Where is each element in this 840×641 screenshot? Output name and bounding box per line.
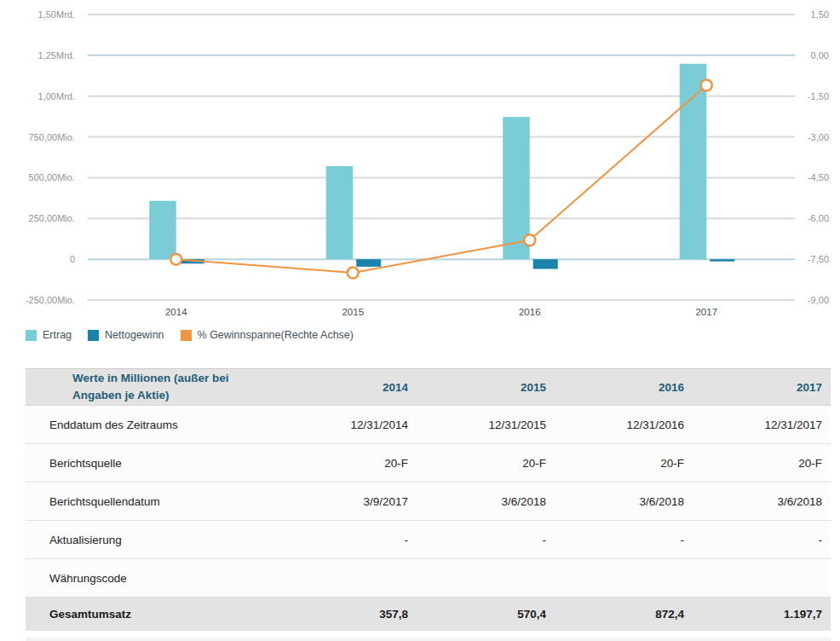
right-axis-tick-label: -4,50: [808, 172, 829, 182]
chart-legend: ErtragNettogewinn% Gewinnspanne(Rechte A…: [26, 329, 354, 341]
table-row: Gesamtumsatz357,8570,4872,41.197,7: [26, 598, 831, 631]
row-value: 570,4: [408, 608, 546, 621]
row-value: 20-F: [270, 457, 408, 470]
left-axis-tick-label: 1,25Mrd.: [38, 50, 75, 61]
left-axis-tick-label: 500,00Mio.: [29, 172, 75, 182]
gewinnspanne-point-2015[interactable]: [348, 268, 359, 279]
gewinnspanne-point-2016[interactable]: [524, 234, 535, 245]
row-label: Währungscode: [49, 572, 270, 585]
row-value: 12/31/2017: [684, 419, 822, 431]
ertrag-bar-2017[interactable]: [680, 64, 707, 259]
table-row: Berichtsquelle20-F20-F20-F20-F: [26, 444, 831, 482]
row-label: Berichtsquelle: [49, 457, 270, 470]
row-value: 357,8: [270, 608, 408, 621]
gewinnspanne-point-2017[interactable]: [701, 79, 712, 90]
revenue-profit-chart: 1,50Mrd.1,25Mrd.1,00Mrd.750,00Mio.500,00…: [0, 0, 840, 324]
legend-swatch-icon: [181, 330, 192, 341]
table-header-year: 2015: [408, 381, 546, 394]
financials-table: Werte in Millionen (außer bei Angaben je…: [26, 368, 831, 631]
left-axis-tick-label: 750,00Mio.: [29, 132, 75, 142]
row-value: 12/31/2015: [408, 419, 546, 431]
nettogewinn-bar-2015[interactable]: [356, 259, 381, 267]
table-header-row: Werte in Millionen (außer bei Angaben je…: [26, 368, 831, 406]
legend-item[interactable]: Nettogewinn: [88, 329, 164, 341]
x-axis-category-label: 2016: [519, 307, 541, 317]
row-value: 20-F: [684, 457, 822, 470]
table-row: Enddatum des Zeitraums12/31/201412/31/20…: [26, 406, 831, 444]
x-axis-category-label: 2017: [695, 307, 717, 317]
row-value: -: [408, 534, 546, 546]
row-value: 3/6/2018: [546, 495, 684, 508]
legend-item[interactable]: Ertrag: [26, 329, 72, 341]
bar-series-ertrag: [149, 64, 706, 259]
left-axis-tick-label: 0: [70, 254, 75, 264]
right-axis-tick-label: -7,50: [808, 254, 829, 264]
right-axis-tick-label: -9,00: [808, 295, 829, 305]
table-row: Berichtsquellendatum3/9/20173/6/20183/6/…: [26, 482, 831, 521]
row-value: 3/6/2018: [408, 495, 546, 508]
legend-item[interactable]: % Gewinnspanne(Rechte Achse): [181, 329, 354, 341]
right-axis-tick-label: -1,50: [808, 91, 829, 101]
table-header-year: 2014: [270, 381, 408, 394]
table-row: Währungscode: [26, 559, 831, 598]
row-value: 20-F: [408, 457, 546, 470]
row-value: 872,4: [546, 608, 684, 621]
x-axis-category-label: 2014: [165, 307, 187, 317]
gewinnspanne-line: [176, 85, 707, 273]
left-axis-tick-label: 1,00Mrd.: [38, 91, 75, 101]
row-value: 3/6/2018: [684, 495, 822, 508]
legend-swatch-icon: [88, 330, 99, 341]
legend-swatch-icon: [26, 330, 37, 341]
table-header-label: Werte in Millionen (außer bei Angaben je…: [72, 370, 256, 403]
gewinnspanne-point-2014[interactable]: [170, 254, 181, 265]
right-axis-tick-label: 1,50: [811, 9, 829, 20]
left-axis-tick-label: 1,50Mrd.: [38, 9, 75, 20]
ertrag-bar-2014[interactable]: [149, 201, 176, 259]
row-label: Enddatum des Zeitraums: [49, 419, 270, 431]
row-label: Aktualisierung: [49, 534, 270, 546]
row-value: 12/31/2016: [546, 419, 684, 431]
row-label: Berichtsquellendatum: [49, 495, 270, 508]
legend-label: Ertrag: [43, 329, 72, 341]
x-axis-category-label: 2015: [342, 307, 364, 317]
legend-label: Nettogewinn: [105, 329, 164, 341]
left-axis-tick-label: -250,00Mio.: [26, 295, 75, 305]
ertrag-bar-2015[interactable]: [326, 166, 354, 259]
financials-panel: 1,50Mrd.1,25Mrd.1,00Mrd.750,00Mio.500,00…: [0, 0, 840, 641]
table-header-year: 2016: [546, 381, 684, 394]
table-body: Enddatum des Zeitraums12/31/201412/31/20…: [26, 406, 831, 631]
row-label: Gesamtumsatz: [49, 608, 270, 621]
row-value: 20-F: [546, 457, 684, 470]
row-value: -: [546, 534, 684, 546]
nettogewinn-bar-2017[interactable]: [710, 259, 734, 262]
bar-series-nettogewinn: [180, 259, 735, 269]
right-axis-tick-label: -6,00: [808, 213, 829, 223]
row-value: 3/9/2017: [270, 495, 408, 508]
row-value: -: [684, 534, 822, 546]
next-row-partial: [26, 638, 831, 641]
row-value: 1.197,7: [684, 608, 822, 621]
left-axis-tick-label: 250,00Mio.: [29, 213, 75, 223]
nettogewinn-bar-2016[interactable]: [533, 259, 558, 269]
row-value: 12/31/2014: [270, 419, 408, 431]
table-header-year: 2017: [684, 381, 822, 394]
table-row: Aktualisierung----: [26, 521, 831, 559]
legend-label: % Gewinnspanne(Rechte Achse): [198, 329, 354, 341]
right-axis-tick-label: -3,00: [808, 132, 829, 142]
row-value: -: [270, 534, 408, 546]
right-axis-tick-label: 0,00: [811, 50, 829, 61]
